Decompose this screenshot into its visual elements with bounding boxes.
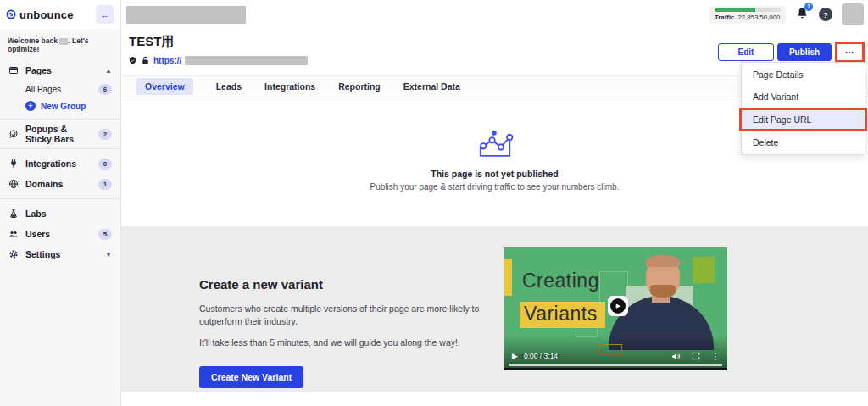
fullscreen-button[interactable] (692, 352, 700, 360)
integrations-count-badge: 0 (98, 159, 112, 170)
lock-icon (141, 56, 150, 65)
kebab-icon: ••• (845, 49, 854, 55)
volume-button[interactable] (671, 352, 681, 361)
plug-icon (8, 159, 19, 169)
sidebar-item-settings[interactable]: Settings ▼ (0, 244, 120, 264)
page-url-link[interactable]: https:// (153, 56, 181, 65)
question-mark-icon: ? (823, 10, 828, 19)
traffic-meter[interactable]: Traffic 22,853/50,000 (709, 6, 786, 24)
popups-count-badge: 2 (98, 129, 112, 140)
tab-leads[interactable]: Leads (216, 81, 242, 92)
empty-state-title: This page is not yet published (121, 169, 868, 179)
plus-icon: + (25, 101, 36, 111)
back-arrow-icon: ← (100, 8, 111, 21)
play-icon: ▶ (610, 298, 626, 314)
variant-body-1: Customers who create multiple versions o… (199, 303, 498, 328)
menu-item-page-details[interactable]: Page Details (742, 64, 865, 86)
sidebar-nav: Pages ▲ All Pages 6 + New Group Popups &… (0, 58, 120, 264)
video-deco-yellow (504, 259, 512, 296)
create-variant-section: Create a new variant Customers who creat… (121, 226, 868, 392)
traffic-value: 22,853/50,000 (737, 14, 780, 21)
page-url-row: https:// (128, 56, 308, 65)
sidebar-item-integrations[interactable]: Integrations 0 (0, 153, 120, 174)
sidebar-item-pages[interactable]: Pages ▲ (0, 60, 120, 81)
redacted-breadcrumb (126, 6, 246, 24)
sidebar-item-all-pages[interactable]: All Pages 6 (0, 81, 120, 97)
video-more-button[interactable]: ⋮ (711, 352, 720, 361)
edit-button[interactable]: Edit (718, 43, 774, 61)
fullscreen-icon (692, 352, 700, 360)
sidebar-item-popups-sticky-bars[interactable]: Popups & Sticky Bars 2 (0, 124, 120, 144)
users-count-badge: 5 (98, 229, 112, 240)
redacted-username (59, 38, 68, 45)
page-options-menu: Page Details Add Variant Edit Page URL D… (741, 62, 865, 155)
menu-item-edit-page-url[interactable]: Edit Page URL (739, 108, 867, 131)
tab-reporting[interactable]: Reporting (338, 81, 381, 92)
video-play-overlay-button[interactable]: ▶ (608, 296, 628, 316)
create-new-variant-button[interactable]: Create New Variant (199, 366, 303, 388)
popups-icon (8, 129, 19, 139)
unbounce-brand[interactable]: unbounce (6, 8, 74, 21)
chevron-up-icon[interactable]: ▲ (105, 67, 112, 75)
video-deco-green (693, 257, 715, 283)
speaker-icon (671, 352, 681, 361)
chart-climb-icon (476, 129, 515, 159)
divider (0, 148, 120, 149)
gear-icon (8, 249, 19, 259)
tab-external-data[interactable]: External Data (403, 81, 460, 92)
shield-icon (128, 56, 137, 65)
collapse-sidebar-button[interactable]: ← (96, 5, 114, 24)
sidebar-item-domains[interactable]: Domains 1 (0, 174, 120, 194)
help-button[interactable]: ? (819, 8, 832, 21)
brand-name: unbounce (19, 8, 74, 21)
all-pages-count-badge: 6 (98, 84, 112, 95)
unbounce-app: unbounce ← Welcome back . Let's optimize… (0, 0, 868, 406)
sidebar: unbounce ← Welcome back . Let's optimize… (0, 0, 121, 406)
video-controls: ▶ 0:00 / 3:14 ⋮ (504, 348, 727, 364)
users-icon (8, 229, 19, 239)
traffic-progress-track (715, 8, 781, 12)
video-progress-bar[interactable] (509, 364, 722, 366)
traffic-progress-fill (715, 8, 755, 12)
sidebar-item-new-group[interactable]: + New Group (0, 97, 120, 114)
video-player[interactable]: Creating Variants ▶ unbounce ▶ 0:00 / 3:… (504, 247, 727, 370)
empty-state-subtitle: Publish your page & start driving traffi… (121, 182, 868, 192)
video-title-line2: Variants (524, 303, 598, 325)
sidebar-item-labs[interactable]: Labs (0, 203, 120, 224)
more-options-button[interactable]: ••• (838, 45, 861, 59)
variant-body-2: It'll take less than 5 minutes, and we w… (199, 336, 498, 349)
redacted-url (185, 56, 308, 65)
presenter-hair (646, 255, 680, 267)
tab-overview[interactable]: Overview (136, 78, 193, 95)
publish-button[interactable]: Publish (777, 43, 832, 61)
menu-item-delete[interactable]: Delete (742, 131, 865, 153)
variant-copy: Create a new variant Customers who creat… (199, 277, 498, 388)
notification-count-badge: 1 (804, 3, 813, 11)
unbounce-logo-icon (6, 9, 16, 19)
domains-count-badge: 1 (98, 179, 112, 190)
flask-icon (8, 209, 19, 219)
divider (0, 198, 120, 199)
pages-icon (8, 65, 19, 75)
video-title-highlight: Variants (520, 302, 605, 328)
video-play-button[interactable]: ▶ (512, 352, 518, 360)
avatar[interactable] (842, 3, 864, 25)
video-title-line1: Creating (522, 270, 599, 292)
presenter-beard (650, 285, 676, 298)
top-bar: Traffic 22,853/50,000 1 ? (121, 0, 868, 29)
video-time: 0:00 / 3:14 (524, 352, 558, 360)
chevron-down-icon[interactable]: ▼ (105, 251, 112, 259)
annotation-box-more: ••• (835, 42, 865, 63)
tab-integrations[interactable]: Integrations (264, 81, 315, 92)
video-bottom-strip (504, 368, 727, 370)
variant-heading: Create a new variant (199, 277, 498, 292)
logo-row: unbounce ← (0, 0, 120, 29)
menu-item-add-variant[interactable]: Add Variant (742, 86, 865, 108)
topbar-right-cluster: Traffic 22,853/50,000 1 ? (709, 3, 868, 25)
traffic-label: Traffic (715, 14, 734, 21)
page-title: TEST用 (129, 34, 174, 50)
divider (0, 119, 120, 120)
globe-icon (8, 179, 19, 189)
sidebar-item-users[interactable]: Users 5 (0, 224, 120, 244)
notifications-button[interactable]: 1 (795, 6, 810, 24)
